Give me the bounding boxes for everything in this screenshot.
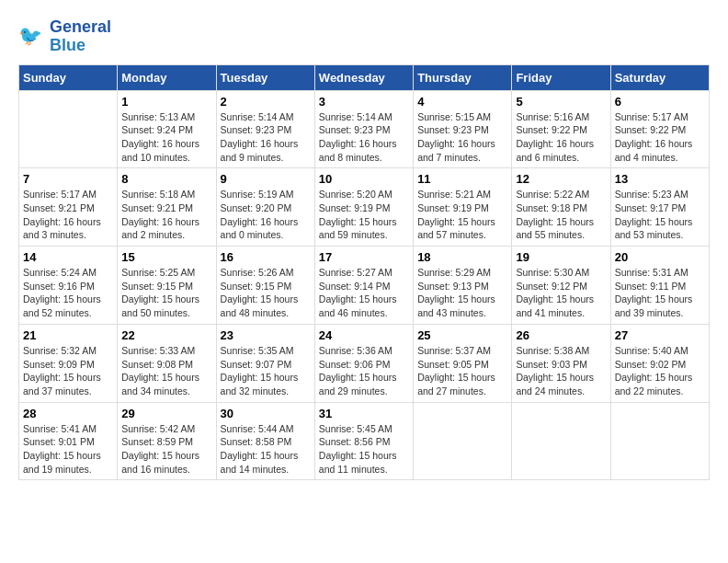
week-row-3: 14Sunrise: 5:24 AM Sunset: 9:16 PM Dayli… xyxy=(19,247,710,325)
day-header-thursday: Thursday xyxy=(414,64,512,90)
calendar-cell: 23Sunrise: 5:35 AM Sunset: 9:07 PM Dayli… xyxy=(216,324,314,402)
day-info: Sunrise: 5:19 AM Sunset: 9:20 PM Dayligh… xyxy=(221,188,311,242)
day-header-saturday: Saturday xyxy=(610,64,709,90)
calendar-cell: 30Sunrise: 5:44 AM Sunset: 8:58 PM Dayli… xyxy=(216,402,314,480)
day-number: 6 xyxy=(615,95,705,109)
page-header: 🐦 General Blue xyxy=(18,18,710,55)
calendar-cell: 2Sunrise: 5:14 AM Sunset: 9:23 PM Daylig… xyxy=(216,90,314,168)
day-number: 2 xyxy=(221,95,311,109)
day-number: 3 xyxy=(319,95,409,109)
day-number: 23 xyxy=(221,328,311,342)
calendar-header-row: SundayMondayTuesdayWednesdayThursdayFrid… xyxy=(19,64,710,90)
day-info: Sunrise: 5:35 AM Sunset: 9:07 PM Dayligh… xyxy=(221,344,311,398)
day-number: 28 xyxy=(23,407,113,420)
day-number: 16 xyxy=(221,250,311,264)
day-info: Sunrise: 5:41 AM Sunset: 9:01 PM Dayligh… xyxy=(23,422,113,477)
calendar-cell: 13Sunrise: 5:23 AM Sunset: 9:17 PM Dayli… xyxy=(610,168,709,247)
day-number: 9 xyxy=(221,172,311,186)
calendar-cell xyxy=(414,402,512,480)
day-number: 24 xyxy=(319,328,409,342)
day-info: Sunrise: 5:18 AM Sunset: 9:21 PM Dayligh… xyxy=(121,188,211,242)
day-info: Sunrise: 5:25 AM Sunset: 9:15 PM Dayligh… xyxy=(121,266,211,320)
calendar-cell: 8Sunrise: 5:18 AM Sunset: 9:21 PM Daylig… xyxy=(118,168,216,247)
day-number: 1 xyxy=(121,95,211,109)
calendar-cell: 31Sunrise: 5:45 AM Sunset: 8:56 PM Dayli… xyxy=(314,402,413,480)
calendar-cell: 25Sunrise: 5:37 AM Sunset: 9:05 PM Dayli… xyxy=(414,324,512,402)
week-row-4: 21Sunrise: 5:32 AM Sunset: 9:09 PM Dayli… xyxy=(19,324,710,402)
day-info: Sunrise: 5:21 AM Sunset: 9:19 PM Dayligh… xyxy=(417,188,507,242)
calendar-cell: 24Sunrise: 5:36 AM Sunset: 9:06 PM Dayli… xyxy=(314,324,413,402)
calendar-cell: 18Sunrise: 5:29 AM Sunset: 9:13 PM Dayli… xyxy=(414,247,512,325)
calendar-cell: 29Sunrise: 5:42 AM Sunset: 8:59 PM Dayli… xyxy=(118,402,216,480)
day-number: 11 xyxy=(417,172,507,186)
calendar-cell: 4Sunrise: 5:15 AM Sunset: 9:23 PM Daylig… xyxy=(414,90,512,168)
calendar-cell: 14Sunrise: 5:24 AM Sunset: 9:16 PM Dayli… xyxy=(19,247,118,325)
calendar-cell: 7Sunrise: 5:17 AM Sunset: 9:21 PM Daylig… xyxy=(19,168,118,247)
day-info: Sunrise: 5:44 AM Sunset: 8:58 PM Dayligh… xyxy=(221,422,311,477)
day-info: Sunrise: 5:26 AM Sunset: 9:15 PM Dayligh… xyxy=(221,266,311,320)
day-info: Sunrise: 5:45 AM Sunset: 8:56 PM Dayligh… xyxy=(319,422,409,477)
calendar-cell: 17Sunrise: 5:27 AM Sunset: 9:14 PM Dayli… xyxy=(314,247,413,325)
day-number: 26 xyxy=(516,328,606,342)
day-info: Sunrise: 5:31 AM Sunset: 9:11 PM Dayligh… xyxy=(615,266,705,320)
day-number: 5 xyxy=(516,95,606,109)
day-info: Sunrise: 5:42 AM Sunset: 8:59 PM Dayligh… xyxy=(121,422,211,477)
day-number: 17 xyxy=(319,250,409,264)
calendar-cell: 21Sunrise: 5:32 AM Sunset: 9:09 PM Dayli… xyxy=(19,324,118,402)
day-number: 30 xyxy=(221,407,311,420)
calendar-cell xyxy=(19,90,118,168)
calendar-cell: 19Sunrise: 5:30 AM Sunset: 9:12 PM Dayli… xyxy=(512,247,610,325)
day-number: 31 xyxy=(319,407,409,420)
day-info: Sunrise: 5:37 AM Sunset: 9:05 PM Dayligh… xyxy=(417,344,507,398)
day-info: Sunrise: 5:23 AM Sunset: 9:17 PM Dayligh… xyxy=(615,188,705,242)
day-number: 10 xyxy=(319,172,409,186)
svg-text:🐦: 🐦 xyxy=(18,24,43,48)
day-info: Sunrise: 5:24 AM Sunset: 9:16 PM Dayligh… xyxy=(23,266,113,320)
day-info: Sunrise: 5:14 AM Sunset: 9:23 PM Dayligh… xyxy=(319,110,409,165)
day-info: Sunrise: 5:20 AM Sunset: 9:19 PM Dayligh… xyxy=(319,188,409,242)
calendar-cell: 1Sunrise: 5:13 AM Sunset: 9:24 PM Daylig… xyxy=(118,90,216,168)
calendar-cell: 27Sunrise: 5:40 AM Sunset: 9:02 PM Dayli… xyxy=(610,324,709,402)
day-number: 27 xyxy=(615,328,705,342)
day-number: 22 xyxy=(121,328,211,342)
day-number: 4 xyxy=(417,95,507,109)
calendar-cell: 11Sunrise: 5:21 AM Sunset: 9:19 PM Dayli… xyxy=(414,168,512,247)
day-info: Sunrise: 5:30 AM Sunset: 9:12 PM Dayligh… xyxy=(516,266,606,320)
calendar-cell: 22Sunrise: 5:33 AM Sunset: 9:08 PM Dayli… xyxy=(118,324,216,402)
day-info: Sunrise: 5:13 AM Sunset: 9:24 PM Dayligh… xyxy=(121,110,211,165)
day-number: 25 xyxy=(417,328,507,342)
day-info: Sunrise: 5:32 AM Sunset: 9:09 PM Dayligh… xyxy=(23,344,113,398)
calendar-cell xyxy=(512,402,610,480)
day-number: 20 xyxy=(615,250,705,264)
day-number: 13 xyxy=(615,172,705,186)
day-header-friday: Friday xyxy=(512,64,610,90)
day-info: Sunrise: 5:16 AM Sunset: 9:22 PM Dayligh… xyxy=(516,110,606,165)
logo-text: General Blue xyxy=(50,18,111,55)
logo-general: General xyxy=(50,17,111,36)
day-info: Sunrise: 5:36 AM Sunset: 9:06 PM Dayligh… xyxy=(319,344,409,398)
week-row-5: 28Sunrise: 5:41 AM Sunset: 9:01 PM Dayli… xyxy=(19,402,710,480)
day-info: Sunrise: 5:29 AM Sunset: 9:13 PM Dayligh… xyxy=(417,266,507,320)
day-header-wednesday: Wednesday xyxy=(314,64,413,90)
day-number: 21 xyxy=(23,328,113,342)
day-info: Sunrise: 5:27 AM Sunset: 9:14 PM Dayligh… xyxy=(319,266,409,320)
day-info: Sunrise: 5:22 AM Sunset: 9:18 PM Dayligh… xyxy=(516,188,606,242)
day-info: Sunrise: 5:17 AM Sunset: 9:22 PM Dayligh… xyxy=(615,110,705,165)
calendar-cell: 9Sunrise: 5:19 AM Sunset: 9:20 PM Daylig… xyxy=(216,168,314,247)
day-info: Sunrise: 5:15 AM Sunset: 9:23 PM Dayligh… xyxy=(417,110,507,165)
calendar-cell: 28Sunrise: 5:41 AM Sunset: 9:01 PM Dayli… xyxy=(19,402,118,480)
day-info: Sunrise: 5:17 AM Sunset: 9:21 PM Dayligh… xyxy=(23,188,113,242)
week-row-1: 1Sunrise: 5:13 AM Sunset: 9:24 PM Daylig… xyxy=(19,90,710,168)
calendar-cell: 20Sunrise: 5:31 AM Sunset: 9:11 PM Dayli… xyxy=(610,247,709,325)
day-number: 8 xyxy=(121,172,211,186)
calendar-cell: 10Sunrise: 5:20 AM Sunset: 9:19 PM Dayli… xyxy=(314,168,413,247)
calendar-cell: 26Sunrise: 5:38 AM Sunset: 9:03 PM Dayli… xyxy=(512,324,610,402)
week-row-2: 7Sunrise: 5:17 AM Sunset: 9:21 PM Daylig… xyxy=(19,168,710,247)
day-header-tuesday: Tuesday xyxy=(216,64,314,90)
logo: 🐦 General Blue xyxy=(18,18,111,55)
calendar-cell xyxy=(610,402,709,480)
day-number: 12 xyxy=(516,172,606,186)
day-number: 14 xyxy=(23,250,113,264)
calendar-cell: 3Sunrise: 5:14 AM Sunset: 9:23 PM Daylig… xyxy=(314,90,413,168)
day-number: 7 xyxy=(23,172,113,186)
